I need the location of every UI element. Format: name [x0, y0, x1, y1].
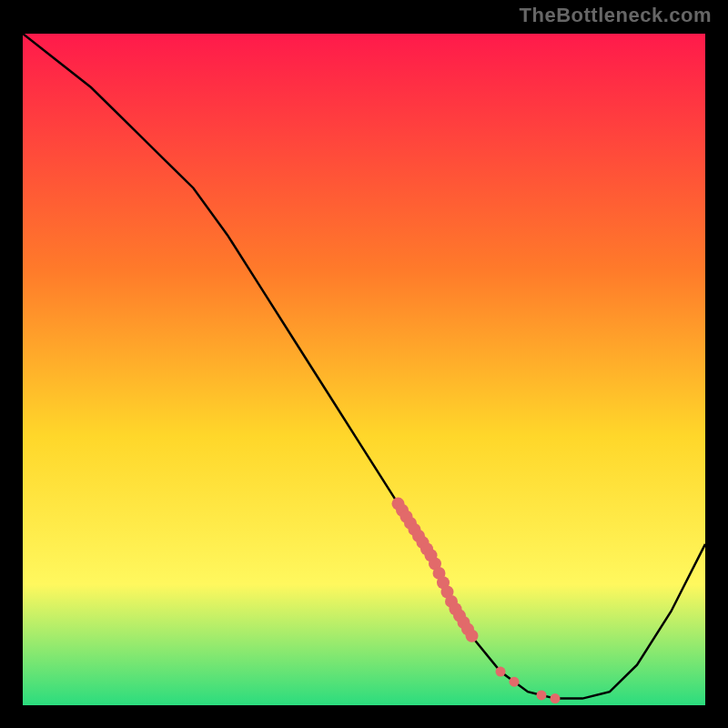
bottleneck-chart	[23, 34, 705, 705]
marker-dot	[466, 630, 479, 642]
marker-dot	[537, 690, 547, 700]
marker-dot	[510, 677, 520, 687]
gradient-background	[23, 34, 705, 705]
marker-dot	[551, 693, 561, 703]
chart-container: TheBottleneck.com	[0, 0, 728, 728]
plot-area	[23, 34, 705, 705]
watermark-text: TheBottleneck.com	[520, 4, 712, 27]
plot-frame	[18, 29, 710, 710]
marker-dot	[496, 667, 506, 677]
